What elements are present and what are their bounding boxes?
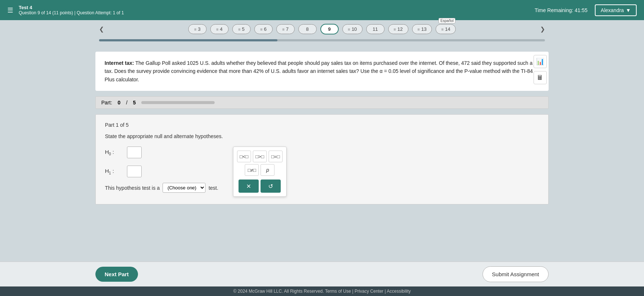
nav-question-q9[interactable]: 9 bbox=[320, 24, 339, 34]
nav-question-q8[interactable]: 8 bbox=[298, 24, 317, 34]
h1-row: H1 : bbox=[105, 166, 218, 177]
test-name: Test 4 bbox=[19, 5, 124, 10]
question-text: Internet tax: The Gallup Poll asked 1025… bbox=[105, 59, 539, 84]
progress-thumb bbox=[99, 39, 277, 41]
test-type-row: This hypothesis test is a (Choose one) l… bbox=[105, 183, 218, 193]
part-label: Part: bbox=[101, 100, 112, 106]
chart-toolbar-button[interactable]: 📊 bbox=[534, 55, 547, 68]
question-label-bold: Internet tax: bbox=[105, 60, 134, 66]
symbol-row-2: □≠□ p bbox=[237, 164, 283, 176]
nav-left-arrow[interactable]: ❮ bbox=[95, 26, 108, 33]
eq-icon: ≡ bbox=[260, 27, 262, 32]
symbol-p[interactable]: p bbox=[261, 164, 274, 176]
next-part-button[interactable]: Next Part bbox=[95, 267, 138, 282]
symbol-row-1: □<□ □>□ □=□ bbox=[237, 151, 283, 162]
symbol-less-than[interactable]: □<□ bbox=[237, 151, 251, 162]
nav-question-q12[interactable]: ≡ 12 bbox=[388, 24, 408, 34]
nav-right-arrow[interactable]: ❯ bbox=[536, 26, 549, 33]
eq-icon: ≡ bbox=[418, 27, 420, 32]
nav-q-label: 6 bbox=[264, 26, 266, 32]
accessibility-link[interactable]: Accessibility bbox=[387, 289, 411, 294]
question-content: Internet tax: The Gallup Poll asked 1025… bbox=[95, 52, 549, 91]
nav-question-q7[interactable]: ≡ 7 bbox=[276, 24, 295, 34]
eq-icon: ≡ bbox=[348, 27, 350, 32]
calc-icon: 🖩 bbox=[537, 74, 543, 82]
right-toolbar: 📊 🖩 bbox=[534, 55, 547, 84]
nav-q-label: 12 bbox=[397, 26, 403, 32]
test-type-prefix: This hypothesis test is a bbox=[105, 185, 160, 191]
h0-input[interactable] bbox=[127, 147, 142, 158]
copyright-bar: © 2024 McGraw Hill LLC. All Rights Reser… bbox=[0, 286, 644, 296]
eq-icon: ≡ bbox=[216, 27, 218, 32]
eq-icon: ≡ bbox=[441, 27, 443, 32]
clear-button[interactable]: ✕ bbox=[239, 180, 259, 193]
hypothesis-section: H0 : H1 : This hypothesis test is a (Cho… bbox=[105, 147, 539, 197]
test-type-suffix: test. bbox=[208, 185, 218, 191]
app-header: ☰ Test 4 Question 9 of 14 (11 points) | … bbox=[0, 0, 644, 20]
nav-q-label: 4 bbox=[220, 26, 222, 32]
terms-link[interactable]: Terms of Use bbox=[325, 289, 351, 294]
part-current: 0 bbox=[118, 100, 121, 106]
header-right: Time Remaining: 41:55 Alexandra ▼ bbox=[535, 4, 637, 16]
symbol-pad: □<□ □>□ □=□ □≠□ p ✕ ↺ bbox=[233, 147, 287, 197]
nav-question-q11[interactable]: 11 bbox=[366, 24, 385, 34]
symbol-greater-than[interactable]: □>□ bbox=[253, 151, 267, 162]
h1-input[interactable] bbox=[127, 166, 142, 177]
hypothesis-inputs-and-test: H0 : H1 : This hypothesis test is a (Cho… bbox=[105, 147, 218, 193]
part-total: 5 bbox=[133, 100, 136, 106]
nav-q-label: 5 bbox=[242, 26, 244, 32]
esp-label: Español bbox=[439, 18, 455, 23]
nav-question-q13[interactable]: ≡ 13 bbox=[412, 24, 432, 34]
dropdown-icon: ▼ bbox=[626, 7, 631, 13]
nav-question-q4[interactable]: ≡ 4 bbox=[210, 24, 229, 34]
question-body: The Gallup Poll asked 1025 U.S. adults w… bbox=[105, 60, 533, 82]
user-menu-button[interactable]: Alexandra ▼ bbox=[595, 4, 637, 16]
user-name: Alexandra bbox=[601, 7, 624, 13]
nav-question-q6[interactable]: ≡ 6 bbox=[254, 24, 273, 34]
eq-icon: ≡ bbox=[238, 27, 240, 32]
h1-label: H1 : bbox=[105, 168, 123, 175]
hypothesis-inputs: H0 : H1 : bbox=[105, 147, 218, 177]
progress-track bbox=[99, 39, 545, 41]
nav-question-q3[interactable]: ≡ 3 bbox=[188, 24, 207, 34]
question-navigation: ❮ ≡ 3≡ 4≡ 5≡ 6≡ 789≡ 1011≡ 12≡ 13Español… bbox=[0, 20, 644, 38]
reset-button[interactable]: ↺ bbox=[261, 180, 281, 193]
nav-question-q14[interactable]: Español≡ 14 bbox=[436, 24, 456, 34]
menu-icon[interactable]: ☰ bbox=[7, 6, 13, 14]
nav-q-label: 9 bbox=[328, 26, 331, 32]
chart-icon: 📊 bbox=[536, 58, 544, 66]
part-title: Part 1 of 5 bbox=[105, 122, 539, 128]
part-body: Part 1 of 5 State the appropriate null a… bbox=[95, 114, 549, 204]
copyright-text: © 2024 McGraw Hill LLC. All Rights Reser… bbox=[233, 289, 324, 294]
action-btn-row: ✕ ↺ bbox=[237, 180, 283, 193]
main-content: Internet tax: The Gallup Poll asked 1025… bbox=[0, 44, 644, 262]
nav-q-label: 13 bbox=[421, 26, 426, 32]
nav-question-q5[interactable]: ≡ 5 bbox=[232, 24, 251, 34]
nav-q-label: 10 bbox=[352, 26, 357, 32]
header-title: Test 4 Question 9 of 14 (11 points) | Qu… bbox=[19, 5, 124, 15]
part-separator: / bbox=[126, 100, 127, 106]
question-list: ≡ 3≡ 4≡ 5≡ 6≡ 789≡ 1011≡ 12≡ 13Español≡ … bbox=[188, 24, 456, 34]
eq-icon: ≡ bbox=[394, 27, 396, 32]
question-info: Question 9 of 14 (11 points) | Question … bbox=[19, 10, 124, 15]
nav-q-label: 3 bbox=[198, 26, 200, 32]
header-left: ☰ Test 4 Question 9 of 14 (11 points) | … bbox=[7, 5, 124, 15]
progress-bar-area bbox=[0, 38, 644, 44]
nav-q-label: 8 bbox=[306, 26, 309, 32]
nav-q-label: 14 bbox=[445, 26, 450, 32]
eq-icon: ≡ bbox=[282, 27, 284, 32]
test-type-select[interactable]: (Choose one) left-tailed right-tailed tw… bbox=[163, 183, 205, 193]
part-instruction: State the appropriate null and alternate… bbox=[105, 133, 539, 139]
nav-q-label: 7 bbox=[286, 26, 288, 32]
eq-icon: ≡ bbox=[194, 27, 196, 32]
h0-row: H0 : bbox=[105, 147, 218, 158]
nav-question-q10[interactable]: ≡ 10 bbox=[342, 24, 363, 34]
symbol-not-equals[interactable]: □≠□ bbox=[245, 164, 259, 176]
privacy-link[interactable]: Privacy Center bbox=[354, 289, 383, 294]
part-header: Part: 0 / 5 bbox=[95, 96, 549, 109]
submit-assignment-button[interactable]: Submit Assignment bbox=[483, 266, 549, 282]
footer-bar: Next Part Submit Assignment bbox=[0, 262, 644, 286]
calculator-toolbar-button[interactable]: 🖩 bbox=[534, 71, 547, 84]
symbol-equals[interactable]: □=□ bbox=[269, 151, 283, 162]
h0-label: H0 : bbox=[105, 149, 123, 156]
